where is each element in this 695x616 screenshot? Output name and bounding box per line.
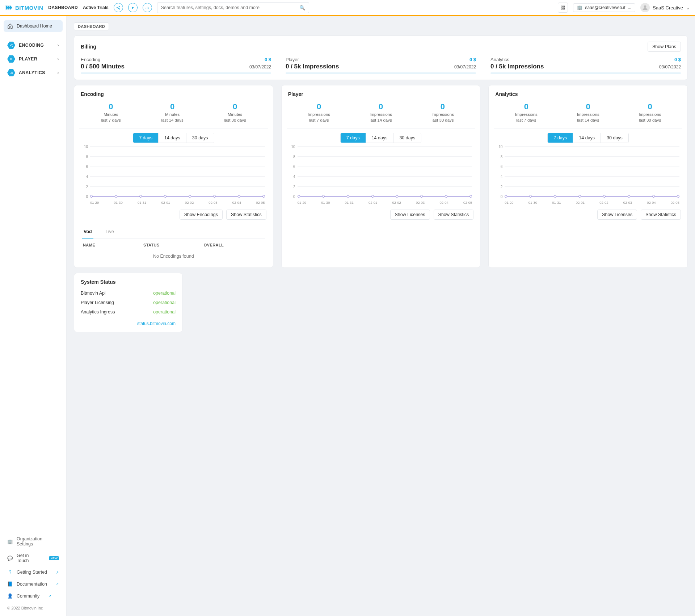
- segment-14-days[interactable]: 14 days: [366, 133, 394, 143]
- brand-text: BITMOVIN: [15, 5, 43, 11]
- show-statistics-button[interactable]: Show Statistics: [226, 210, 266, 220]
- sidebar-analytics-label: ANALYTICS: [19, 70, 45, 75]
- chart: 0246810 01-2901-3001-3102-0102-0202-0302…: [290, 147, 472, 204]
- segment-30-days[interactable]: 30 days: [393, 133, 421, 143]
- person-icon: 👤: [7, 593, 13, 599]
- community-label: Community: [17, 594, 39, 599]
- metric-label: Impressionslast 30 days: [431, 111, 454, 123]
- building-icon: 🏢: [7, 539, 13, 544]
- show-statistics-button[interactable]: Show Statistics: [641, 210, 681, 220]
- billing-usage: 0 / 5k Impressions: [490, 63, 544, 70]
- get-in-touch-link[interactable]: 💬Get in Touch NEW: [4, 550, 63, 566]
- top-dashboard-label: DASHBOARD: [48, 5, 78, 10]
- metric-label: Impressionslast 30 days: [639, 111, 661, 123]
- metric: 0 Impressionslast 14 days: [577, 102, 599, 123]
- panel-encoding: Encoding 0 Minuteslast 7 days 0 Minutesl…: [74, 85, 273, 268]
- segment-7-days[interactable]: 7 days: [548, 133, 573, 143]
- metric-value: 0: [224, 102, 246, 111]
- chat-icon: 💬: [7, 556, 13, 561]
- billing-progress: [81, 72, 271, 74]
- show-licenses-button[interactable]: Show Licenses: [390, 210, 430, 220]
- segment-7-days[interactable]: 7 days: [133, 133, 159, 143]
- show-encodings-button[interactable]: Show Encodings: [180, 210, 223, 220]
- sidebar-encoding-label: ENCODING: [19, 43, 44, 48]
- player-shortcut-icon[interactable]: [128, 3, 138, 12]
- show-plans-button[interactable]: Show Plans: [648, 42, 681, 52]
- user-menu[interactable]: SaaS Creative ⌄: [640, 3, 690, 12]
- sidebar-player[interactable]: PLAYER ›: [4, 52, 63, 66]
- metric-value: 0: [431, 102, 454, 111]
- top-bar: BITMOVIN DASHBOARD Active Trials 🔍 🏢 saa…: [0, 0, 695, 16]
- metric-label: Impressionslast 7 days: [308, 111, 330, 123]
- metric-label: Minuteslast 30 days: [224, 111, 246, 123]
- segment-7-days[interactable]: 7 days: [341, 133, 366, 143]
- panel-analytics: Analytics 0 Impressionslast 7 days 0 Imp…: [488, 85, 688, 268]
- documentation-link[interactable]: 📘Documentation ↗: [4, 578, 63, 590]
- getting-started-link[interactable]: ?Getting Started ↗: [4, 567, 63, 578]
- svg-rect-6: [563, 8, 565, 9]
- chevron-right-icon: ›: [57, 70, 59, 75]
- svg-rect-4: [563, 6, 565, 7]
- active-trials[interactable]: Active Trials: [83, 5, 109, 10]
- billing-col-name: Player: [286, 57, 299, 62]
- organization-chip[interactable]: 🏢 saas@creativeweb.it_...: [573, 3, 636, 12]
- org-settings-link[interactable]: 🏢Organization Settings: [4, 533, 63, 549]
- billing-date: 03/07/2022: [454, 64, 476, 69]
- svg-point-7: [644, 5, 646, 8]
- global-search[interactable]: 🔍: [157, 2, 309, 13]
- billing-price: 0 $: [674, 57, 681, 62]
- getting-started-label: Getting Started: [17, 570, 47, 575]
- metric: 0 Minuteslast 14 days: [161, 102, 183, 123]
- metric-value: 0: [515, 102, 538, 111]
- metric: 0 Impressionslast 14 days: [370, 102, 392, 123]
- range-segment: 7 days14 days30 days: [547, 133, 628, 143]
- metric-label: Impressionslast 7 days: [515, 111, 538, 123]
- panel-title: Encoding: [81, 91, 266, 97]
- sidebar-encoding[interactable]: ENCODING ›: [4, 38, 63, 52]
- analytics-shortcut-icon[interactable]: [143, 3, 152, 12]
- segment-30-days[interactable]: 30 days: [186, 133, 214, 143]
- settings-toggle-icon[interactable]: [558, 3, 568, 13]
- metric: 0 Impressionslast 7 days: [308, 102, 330, 123]
- brand-logo[interactable]: BITMOVIN: [5, 4, 43, 12]
- metric: 0 Minuteslast 30 days: [224, 102, 246, 123]
- status-link[interactable]: status.bitmovin.com: [81, 321, 176, 326]
- panel-title: Player: [288, 91, 474, 97]
- tab-vod[interactable]: Vod: [82, 226, 93, 239]
- billing-progress: [286, 72, 476, 74]
- sidebar-home-label: Dashboard Home: [17, 24, 52, 29]
- sidebar-home[interactable]: Dashboard Home: [4, 20, 63, 32]
- community-link[interactable]: 👤Community ↗: [4, 590, 63, 602]
- billing-col: Encoding0 $ 0 / 500 Minutes03/07/2022: [81, 57, 271, 74]
- svg-rect-5: [561, 8, 563, 9]
- billing-date: 03/07/2022: [249, 64, 271, 69]
- new-badge: NEW: [49, 556, 59, 560]
- billing-col: Analytics0 $ 0 / 5k Impressions03/07/202…: [490, 57, 681, 74]
- status-state: operational: [153, 300, 176, 305]
- billing-price: 0 $: [265, 57, 271, 62]
- metric-label: Impressionslast 14 days: [577, 111, 599, 123]
- metric: 0 Minuteslast 7 days: [101, 102, 121, 123]
- billing-price: 0 $: [469, 57, 476, 62]
- range-segment: 7 days14 days30 days: [340, 133, 421, 143]
- encoding-shortcut-icon[interactable]: [114, 3, 123, 12]
- chart: 0246810 01-2901-3001-3102-0102-0202-0302…: [497, 147, 679, 204]
- segment-14-days[interactable]: 14 days: [573, 133, 601, 143]
- sidebar-player-label: PLAYER: [19, 56, 37, 62]
- show-statistics-button[interactable]: Show Statistics: [434, 210, 474, 220]
- segment-14-days[interactable]: 14 days: [159, 133, 186, 143]
- svg-rect-3: [561, 6, 563, 7]
- tab-live[interactable]: Live: [104, 226, 115, 238]
- svg-point-10: [12, 46, 13, 47]
- segment-30-days[interactable]: 30 days: [601, 133, 628, 143]
- search-input[interactable]: [161, 5, 299, 10]
- panel-title: Analytics: [495, 91, 681, 97]
- show-licenses-button[interactable]: Show Licenses: [597, 210, 637, 220]
- main-content: DASHBOARD Billing Show Plans Encoding0 $…: [67, 16, 695, 616]
- svg-point-0: [117, 7, 117, 8]
- billing-title: Billing: [81, 44, 96, 50]
- sidebar-analytics[interactable]: ANALYTICS ›: [4, 66, 63, 80]
- range-segment: 7 days14 days30 days: [133, 133, 214, 143]
- status-row: Analytics Ingress operational: [81, 307, 176, 317]
- metric-value: 0: [161, 102, 183, 111]
